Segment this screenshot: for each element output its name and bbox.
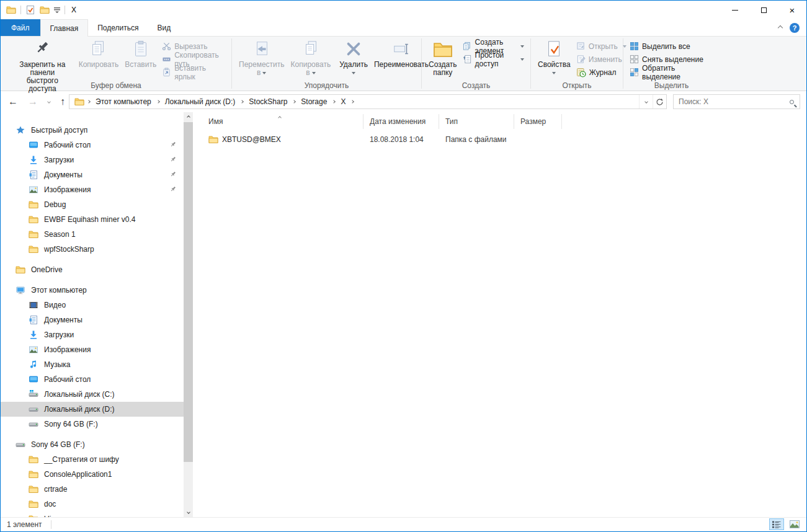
tab-home[interactable]: Главная xyxy=(40,19,89,37)
sidebar-item[interactable]: EWBF Equihash miner v0.4 xyxy=(1,212,184,227)
window-controls: × xyxy=(721,1,806,19)
details-view-icon xyxy=(772,521,781,528)
sidebar-item[interactable]: Изображения xyxy=(1,182,184,197)
sidebar-item-label: Локальный диск (C:) xyxy=(44,390,115,399)
sidebar-item[interactable]: Изображения xyxy=(1,342,184,357)
tab-share[interactable]: Поделиться xyxy=(88,19,148,36)
group-label-clipboard: Буфер обмена xyxy=(1,81,231,90)
sidebar-scrollbar[interactable] xyxy=(184,112,193,517)
sidebar-item[interactable]: __Стратегия от шифу xyxy=(1,452,184,467)
navigation-pane: Быстрый доступРабочий столЗагрузкиДокуме… xyxy=(1,112,184,517)
sidebar-item[interactable]: Документы xyxy=(1,313,184,327)
history-button[interactable]: Журнал xyxy=(574,66,629,79)
copy-button[interactable]: Копировать xyxy=(76,38,122,69)
invert-selection-button[interactable]: Обратить выделение xyxy=(627,66,716,79)
sidebar-item[interactable]: Sony 64 GB (F:) xyxy=(1,417,184,432)
breadcrumb-item[interactable]: X xyxy=(337,95,349,109)
sidebar-item[interactable]: Музыка xyxy=(1,357,184,372)
maximize-button[interactable] xyxy=(749,1,778,19)
tab-view[interactable]: Вид xyxy=(148,19,180,36)
new-folder-button[interactable]: Создатьпапку xyxy=(426,38,460,77)
delete-button[interactable]: Удалить xyxy=(336,38,371,77)
sidebar-item[interactable]: Season 1 xyxy=(1,227,184,242)
help-icon[interactable]: ? xyxy=(790,23,800,33)
breadcrumb-chevron-icon[interactable] xyxy=(291,95,297,109)
breadcrumb-chevron-icon[interactable] xyxy=(155,95,161,109)
breadcrumb-chevron-icon[interactable] xyxy=(239,95,245,109)
breadcrumb-item[interactable]: StockSharp xyxy=(245,95,291,109)
breadcrumb-item[interactable]: Локальный диск (D:) xyxy=(161,95,239,109)
sidebar-item[interactable]: Рабочий стол xyxy=(1,138,184,153)
paste-button[interactable]: Вставить xyxy=(122,38,159,69)
minimize-button[interactable] xyxy=(721,1,749,19)
address-dropdown-button[interactable] xyxy=(639,95,653,109)
forward-button[interactable]: → xyxy=(28,97,38,107)
column-header-type[interactable]: Тип xyxy=(439,114,514,129)
copy-to-button[interactable]: Копироватьв xyxy=(288,38,334,77)
sidebar-item[interactable]: Видео xyxy=(1,298,184,313)
address-folder-icon xyxy=(74,97,84,107)
desktop-icon xyxy=(29,140,38,150)
paste-icon xyxy=(132,40,150,61)
sidebar-item[interactable]: Локальный диск (C:) xyxy=(1,387,184,402)
sidebar-item[interactable]: crtrade xyxy=(1,482,184,497)
back-button[interactable]: ← xyxy=(8,97,18,107)
move-to-button[interactable]: Переместитьв xyxy=(236,38,288,77)
sidebar-item[interactable]: Sony 64 GB (F:) xyxy=(1,437,184,452)
column-header-date[interactable]: Дата изменения xyxy=(363,114,439,129)
sidebar-item[interactable]: Загрузки xyxy=(1,327,184,342)
sidebar-item[interactable]: Рабочий стол xyxy=(1,372,184,387)
sidebar-item[interactable]: ConsoleApplication1 xyxy=(1,467,184,482)
tab-file[interactable]: Файл xyxy=(1,19,40,36)
desktop-icon xyxy=(29,375,38,384)
sidebar-item[interactable]: Этот компьютер xyxy=(1,283,184,298)
easy-access-button[interactable]: Простой доступ xyxy=(460,53,527,66)
sort-ascending-icon xyxy=(279,112,281,121)
search-icon[interactable] xyxy=(790,100,794,104)
breadcrumb-chevron-icon[interactable] xyxy=(331,95,337,109)
sidebar-item-label: Загрузки xyxy=(44,330,74,339)
breadcrumb-chevron-icon[interactable] xyxy=(349,95,355,109)
group-select: Выделить все Снять выделение Обратить вы… xyxy=(623,37,720,91)
breadcrumb-item[interactable]: Этот компьютер xyxy=(92,95,155,109)
thumbnail-view-button[interactable] xyxy=(787,518,802,530)
open-button[interactable]: Открыть xyxy=(574,40,629,53)
properties-qat-icon[interactable] xyxy=(25,5,35,15)
paste-shortcut-button[interactable]: Вставить ярлык xyxy=(159,66,228,79)
sidebar-item[interactable]: OneDrive xyxy=(1,262,184,277)
scrollbar-thumb[interactable] xyxy=(184,122,193,462)
column-headers: Имя Дата изменения Тип Размер xyxy=(202,114,562,129)
sidebar-item[interactable]: klins xyxy=(1,512,184,517)
sidebar-item[interactable]: Локальный диск (D:) xyxy=(1,402,184,417)
customize-qat-dropdown-icon[interactable] xyxy=(54,7,60,13)
details-view-button[interactable] xyxy=(769,518,784,530)
column-header-size[interactable]: Размер xyxy=(514,114,562,129)
sidebar-item[interactable]: Debug xyxy=(1,197,184,212)
sidebar-item[interactable]: Документы xyxy=(1,167,184,182)
breadcrumb-chevron-icon[interactable] xyxy=(86,95,92,109)
scrollbar-down-icon[interactable] xyxy=(184,507,193,517)
folder-icon xyxy=(29,484,38,494)
properties-button[interactable]: Свойства xyxy=(535,38,574,77)
sidebar-item[interactable]: Загрузки xyxy=(1,153,184,167)
explorer-icon[interactable] xyxy=(6,5,16,15)
collapse-ribbon-icon[interactable] xyxy=(778,25,783,30)
sidebar-item[interactable]: doc xyxy=(1,497,184,512)
sidebar-item[interactable]: Быстрый доступ xyxy=(1,123,184,138)
file-row[interactable]: XBTUSD@BMEX18.08.2018 1:04Папка с файлам… xyxy=(202,133,562,146)
up-button[interactable]: ↑ xyxy=(60,97,65,107)
search-input[interactable] xyxy=(677,97,790,107)
edit-button[interactable]: Изменить xyxy=(574,53,629,66)
close-button[interactable]: × xyxy=(778,1,806,19)
address-bar[interactable]: Этот компьютерЛокальный диск (D:)StockSh… xyxy=(69,94,667,109)
sidebar-item-label: Рабочий стол xyxy=(44,375,91,384)
refresh-button[interactable] xyxy=(653,95,666,109)
sidebar-item[interactable]: wpfStockSharp xyxy=(1,242,184,257)
select-all-button[interactable]: Выделить все xyxy=(627,40,716,53)
column-header-name[interactable]: Имя xyxy=(202,114,363,129)
recent-locations-icon[interactable] xyxy=(47,100,51,104)
new-folder-qat-icon[interactable] xyxy=(40,5,50,15)
scrollbar-up-icon[interactable] xyxy=(184,112,193,122)
sidebar-item-label: __Стратегия от шифу xyxy=(44,455,119,464)
breadcrumb-item[interactable]: Storage xyxy=(297,95,331,109)
